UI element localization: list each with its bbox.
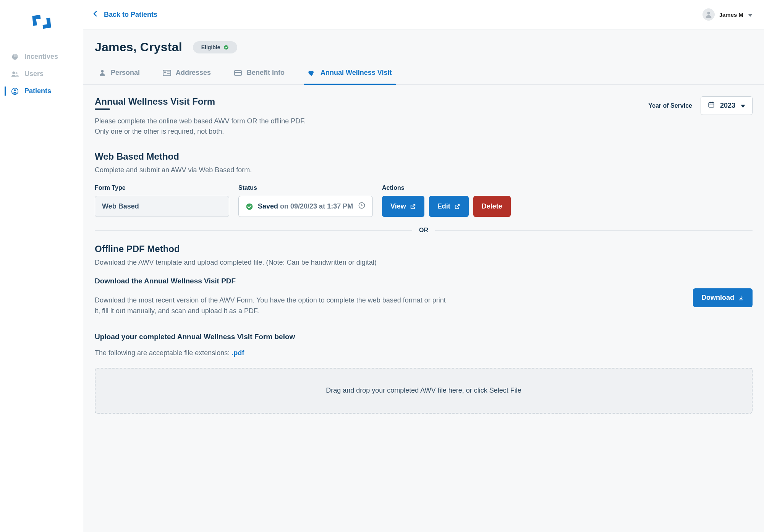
svg-rect-10 xyxy=(167,71,170,72)
svg-point-1 xyxy=(16,72,18,74)
tab-label: Benefit Info xyxy=(247,69,285,77)
pie-chart-icon xyxy=(11,53,19,61)
edit-button[interactable]: Edit xyxy=(429,196,469,217)
card-icon xyxy=(163,70,171,76)
section-title: Annual Wellness Visit Form xyxy=(95,96,306,107)
year-of-service-label: Year of Service xyxy=(648,102,692,109)
eligibility-badge: Eligible xyxy=(193,41,237,53)
sidebar-item-incentives[interactable]: Incentives xyxy=(0,48,83,65)
tab-label: Annual Wellness Visit xyxy=(320,69,392,77)
sidebar-item-users[interactable]: Users xyxy=(0,65,83,82)
open-external-icon xyxy=(454,204,460,210)
sidebar-item-label: Users xyxy=(24,70,44,78)
button-label: Delete xyxy=(482,202,502,210)
file-extension: .pdf xyxy=(231,349,244,357)
status-secondary: on 09/20/23 at 1:37 PM xyxy=(280,202,353,210)
tab-label: Personal xyxy=(111,69,140,77)
sidebar-item-patients[interactable]: Patients xyxy=(0,82,83,100)
delete-button[interactable]: Delete xyxy=(473,196,511,217)
or-label: OR xyxy=(419,227,428,234)
svg-point-3 xyxy=(14,89,16,91)
svg-marker-18 xyxy=(741,105,745,108)
person-icon xyxy=(99,69,106,77)
logo xyxy=(0,8,83,48)
svg-rect-11 xyxy=(167,73,170,74)
caret-down-icon xyxy=(741,102,745,110)
open-external-icon xyxy=(410,204,416,210)
avatar xyxy=(702,8,715,21)
pdf-method-desc: Download the AWV template and upload com… xyxy=(95,257,753,268)
topbar: Back to Patients James M xyxy=(83,0,764,29)
title-underline xyxy=(95,108,110,110)
button-label: View xyxy=(390,202,406,210)
file-dropzone[interactable]: Drag and drop your completed AWV file he… xyxy=(95,368,753,414)
pdf-method-title: Offline PDF Method xyxy=(95,244,753,254)
view-button[interactable]: View xyxy=(382,196,424,217)
svg-rect-13 xyxy=(235,72,241,73)
svg-point-19 xyxy=(246,203,253,210)
tab-personal[interactable]: Personal xyxy=(95,63,144,84)
web-method-desc: Complete and submit an AWV via Web Based… xyxy=(95,165,753,175)
main: Back to Patients James M James, Crystal … xyxy=(83,0,764,532)
check-circle-icon xyxy=(246,203,253,210)
svg-rect-14 xyxy=(709,103,714,107)
download-button[interactable]: Download xyxy=(693,288,753,307)
year-value: 2023 xyxy=(720,102,735,110)
column-status: Status xyxy=(238,184,373,191)
tab-annual-wellness-visit[interactable]: Annual Wellness Visit xyxy=(304,63,395,84)
chevron-left-icon xyxy=(93,11,97,19)
user-menu[interactable]: James M xyxy=(694,8,753,21)
check-circle-icon xyxy=(223,45,229,50)
button-label: Edit xyxy=(437,202,450,210)
tab-label: Addresses xyxy=(176,69,211,77)
svg-point-0 xyxy=(12,71,15,74)
section-desc-2: Only one or the other is required, not b… xyxy=(95,126,306,137)
users-icon xyxy=(11,70,19,78)
wallet-icon xyxy=(234,70,242,76)
download-heading: Download the Annual Wellness Visit PDF xyxy=(95,277,753,285)
column-actions: Actions xyxy=(382,184,753,191)
column-form-type: Form Type xyxy=(95,184,229,191)
upload-heading: Upload your completed Annual Wellness Vi… xyxy=(95,333,753,341)
button-label: Download xyxy=(701,294,734,302)
upload-desc: The following are acceptable file extens… xyxy=(95,348,446,359)
caret-down-icon xyxy=(748,11,753,19)
svg-point-4 xyxy=(707,12,710,15)
status-box: Saved on 09/20/23 at 1:37 PM xyxy=(238,196,373,217)
patient-header: James, Crystal Eligible xyxy=(83,29,764,54)
tab-addresses[interactable]: Addresses xyxy=(159,63,215,84)
form-type-value: Web Based xyxy=(102,202,139,210)
web-method-title: Web Based Method xyxy=(95,151,753,162)
back-to-patients-link[interactable]: Back to Patients xyxy=(93,11,157,19)
badge-label: Eligible xyxy=(201,44,220,50)
sidebar: Incentives Users Patients xyxy=(0,0,83,532)
heart-hands-icon xyxy=(308,69,316,77)
back-link-label: Back to Patients xyxy=(104,11,157,19)
divider xyxy=(435,230,753,231)
tabs: Personal Addresses Benefit Info Annual W… xyxy=(83,63,764,85)
form-type-box: Web Based xyxy=(95,196,229,217)
sidebar-item-label: Incentives xyxy=(24,53,58,61)
status-primary: Saved xyxy=(258,202,278,210)
tab-benefit-info[interactable]: Benefit Info xyxy=(230,63,288,84)
svg-point-7 xyxy=(101,70,104,73)
svg-rect-9 xyxy=(164,71,166,73)
clock-icon xyxy=(358,202,366,211)
patient-icon xyxy=(11,87,19,95)
year-of-service-select[interactable]: 2023 xyxy=(701,96,753,115)
svg-point-6 xyxy=(224,45,228,50)
section-desc-1: Please complete the online web based AWV… xyxy=(95,116,306,126)
divider xyxy=(95,230,412,231)
patient-name: James, Crystal xyxy=(95,40,182,54)
download-icon xyxy=(738,295,744,301)
dropzone-text: Drag and drop your completed AWV file he… xyxy=(326,386,521,395)
sidebar-item-label: Patients xyxy=(24,87,51,95)
calendar-icon xyxy=(708,101,715,110)
download-desc: Download the most recent version of the … xyxy=(95,295,446,317)
user-name: James M xyxy=(719,11,743,18)
svg-marker-5 xyxy=(748,14,753,17)
